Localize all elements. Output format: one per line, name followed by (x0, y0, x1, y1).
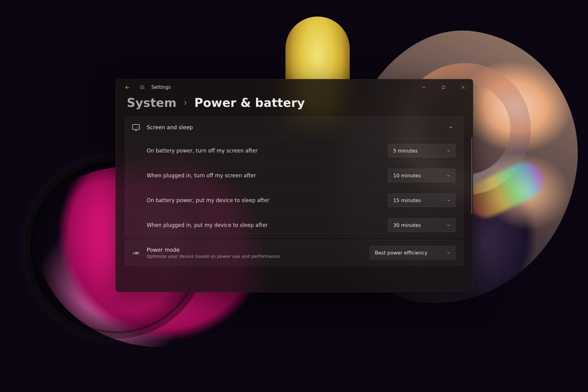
setting-label: On battery power, put my device to sleep… (147, 197, 270, 203)
window-caption-buttons (414, 79, 473, 95)
screen-and-sleep-header[interactable]: Screen and sleep (125, 117, 463, 138)
power-mode-header[interactable]: Power mode Optimize your device based on… (125, 240, 463, 266)
scrollbar-thumb[interactable] (471, 138, 472, 214)
close-icon (461, 85, 465, 89)
sleep-battery-dropdown[interactable]: 15 minutes (388, 194, 455, 207)
screen-and-sleep-body: On battery power, turn off my screen aft… (125, 138, 463, 237)
minimize-icon (422, 85, 426, 89)
chevron-down-icon (447, 251, 451, 255)
screen-off-plugged-dropdown[interactable]: 10 minutes (388, 169, 455, 182)
maximize-icon (442, 85, 445, 89)
chevron-down-icon (447, 149, 451, 153)
close-button[interactable] (453, 79, 473, 95)
gauge-icon (132, 249, 140, 257)
power-mode-dropdown[interactable]: Best power efficiency (370, 246, 455, 259)
chevron-up-icon (446, 123, 455, 132)
card-subtitle: Optimize your device based on power use … (147, 254, 363, 259)
chevron-down-icon (447, 198, 451, 202)
setting-row: On battery power, put my device to sleep… (125, 188, 463, 213)
app-title: Settings (151, 85, 171, 90)
sleep-plugged-dropdown[interactable]: 30 minutes (388, 218, 455, 232)
setting-label: When plugged in, put my device to sleep … (147, 222, 268, 228)
setting-label: When plugged in, turn off my screen afte… (147, 172, 256, 179)
breadcrumb-root[interactable]: System (127, 96, 176, 110)
dropdown-value: 10 minutes (393, 173, 421, 179)
setting-row: When plugged in, put my device to sleep … (125, 213, 463, 237)
titlebar: Settings (116, 79, 473, 95)
page-title: Power & battery (194, 96, 305, 110)
back-button[interactable] (120, 79, 135, 95)
dropdown-value: 30 minutes (393, 222, 421, 228)
hamburger-icon (139, 85, 145, 90)
screen-and-sleep-card: Screen and sleep On battery power, turn … (125, 116, 464, 238)
dropdown-value: 15 minutes (393, 198, 421, 203)
screen-off-battery-dropdown[interactable]: 5 minutes (388, 144, 455, 157)
arrow-left-icon (125, 85, 130, 90)
nav-menu-button[interactable] (135, 79, 149, 95)
dropdown-value: Best power efficiency (375, 250, 428, 256)
power-mode-card: Power mode Optimize your device based on… (125, 239, 464, 266)
chevron-down-icon (447, 223, 451, 227)
display-sleep-icon (132, 123, 140, 131)
card-title: Screen and sleep (147, 124, 439, 130)
setting-label: On battery power, turn off my screen aft… (147, 148, 258, 154)
card-title: Power mode (147, 247, 363, 253)
dropdown-value: 5 minutes (393, 148, 418, 154)
breadcrumb: System Power & battery (127, 96, 464, 110)
chevron-down-icon (447, 173, 451, 178)
minimize-button[interactable] (414, 79, 434, 95)
svg-rect-5 (442, 86, 445, 89)
setting-row: On battery power, turn off my screen aft… (125, 138, 463, 163)
settings-window: Settings System Power & battery (115, 79, 473, 292)
svg-rect-8 (133, 125, 140, 130)
chevron-right-icon (183, 100, 188, 106)
maximize-button[interactable] (434, 79, 453, 95)
content-area: System Power & battery (116, 95, 473, 292)
setting-row: When plugged in, turn off my screen afte… (125, 163, 463, 188)
